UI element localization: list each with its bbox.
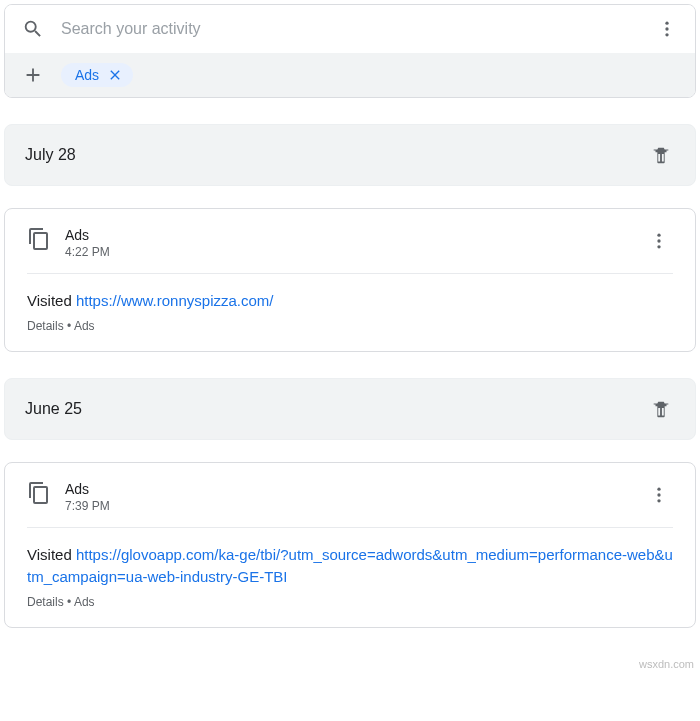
- service-time: 7:39 PM: [65, 499, 631, 513]
- svg-point-0: [665, 22, 668, 25]
- activity-card: Ads 7:39 PM Visited https://glovoapp.com…: [4, 462, 696, 628]
- ads-service-icon: [27, 481, 51, 505]
- date-header: June 25: [4, 378, 696, 440]
- delete-day-button[interactable]: [647, 141, 675, 169]
- details-link[interactable]: Details: [27, 319, 64, 333]
- activity-text: Visited https://glovoapp.com/ka-ge/tbi/?…: [27, 544, 673, 589]
- delete-day-button[interactable]: [647, 395, 675, 423]
- activity-link[interactable]: https://www.ronnyspizza.com/: [76, 292, 274, 309]
- activity-more-icon[interactable]: [645, 227, 673, 255]
- visited-prefix: Visited: [27, 292, 76, 309]
- activity-header: Ads 7:39 PM: [27, 481, 673, 528]
- service-info: Ads 4:22 PM: [65, 227, 631, 259]
- svg-point-8: [657, 499, 660, 502]
- activity-text: Visited https://www.ronnyspizza.com/: [27, 290, 673, 313]
- category-link[interactable]: Ads: [74, 595, 95, 609]
- activity-more-icon[interactable]: [645, 481, 673, 509]
- date-label: July 28: [25, 146, 76, 164]
- svg-point-6: [657, 487, 660, 490]
- filter-row: Ads: [5, 53, 695, 97]
- activity-meta: Details • Ads: [27, 595, 673, 609]
- svg-point-3: [657, 234, 660, 237]
- search-row: [5, 5, 695, 53]
- service-name: Ads: [65, 481, 631, 497]
- activity-link[interactable]: https://glovoapp.com/ka-ge/tbi/?utm_sour…: [27, 546, 673, 586]
- svg-point-5: [657, 245, 660, 248]
- add-filter-icon[interactable]: [19, 61, 47, 89]
- ads-service-icon: [27, 227, 51, 251]
- svg-point-2: [665, 33, 668, 36]
- category-link[interactable]: Ads: [74, 319, 95, 333]
- svg-point-1: [665, 27, 668, 30]
- search-icon[interactable]: [19, 15, 47, 43]
- details-link[interactable]: Details: [27, 595, 64, 609]
- date-label: June 25: [25, 400, 82, 418]
- filter-chip-label: Ads: [75, 67, 99, 83]
- service-info: Ads 7:39 PM: [65, 481, 631, 513]
- service-time: 4:22 PM: [65, 245, 631, 259]
- search-card: Ads: [4, 4, 696, 98]
- more-icon[interactable]: [653, 15, 681, 43]
- search-input[interactable]: [61, 20, 639, 38]
- filter-chip-ads[interactable]: Ads: [61, 63, 133, 87]
- remove-filter-icon[interactable]: [107, 67, 123, 83]
- watermark: wsxdn.com: [4, 654, 696, 670]
- svg-point-7: [657, 493, 660, 496]
- activity-meta: Details • Ads: [27, 319, 673, 333]
- date-header: July 28: [4, 124, 696, 186]
- svg-point-4: [657, 239, 660, 242]
- service-name: Ads: [65, 227, 631, 243]
- activity-header: Ads 4:22 PM: [27, 227, 673, 274]
- visited-prefix: Visited: [27, 546, 76, 563]
- activity-card: Ads 4:22 PM Visited https://www.ronnyspi…: [4, 208, 696, 352]
